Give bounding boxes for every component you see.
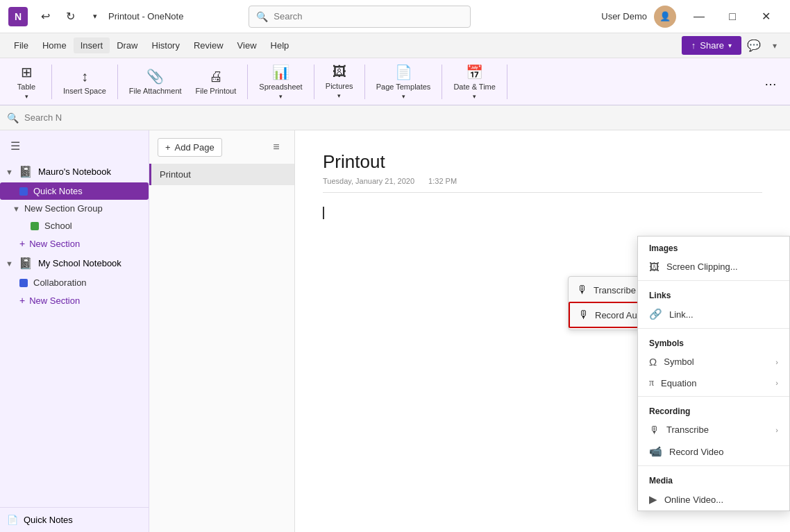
table-dropdown-icon: ▾ [25,93,28,100]
dropdown-transcribe[interactable]: 🎙 Transcribe › [638,419,789,440]
undo-button[interactable]: ↩ [35,6,56,27]
dropdown-divider-2 [638,328,789,329]
share-dropdown-icon: ▾ [728,42,732,49]
new-section-school[interactable]: + New Section [0,291,149,309]
insert-space-button[interactable]: ↕ Insert Space [58,62,112,101]
add-page-icon: + [165,142,171,153]
sidebar-item-collaboration[interactable]: Collaboration [0,274,149,291]
equation-arrow-icon: › [775,379,778,387]
sort-pages-button[interactable]: ≡ [267,137,286,157]
add-page-button[interactable]: + Add Page [158,138,222,157]
dropdown-online-video[interactable]: ▶ Online Video... [638,488,789,510]
content-area: Printout Tuesday, January 21, 2020 1:32 … [295,130,790,532]
share-icon: ↑ [691,40,696,51]
pictures-button[interactable]: 🖼 Pictures ▾ [320,62,359,101]
dropdown-symbol[interactable]: Ω Symbol › [638,351,789,372]
spreadsheet-button[interactable]: 📊 Spreadsheet ▾ [253,62,308,101]
table-button[interactable]: ⊞ Table ▾ [7,62,46,101]
page-time: 1:32 PM [428,177,457,185]
sidebar-top: ☰ [0,130,149,161]
sidebar-footer[interactable]: 📄 Quick Notes [0,507,149,532]
customize-button[interactable]: ▾ [85,6,106,27]
sidebar-hamburger-button[interactable]: ☰ [6,136,25,155]
file-attachment-button[interactable]: 📎 File Attachment [124,62,187,101]
expand-school-icon: ▼ [6,259,13,268]
file-printout-button[interactable]: 🖨 File Printout [190,62,242,101]
dropdown-equation[interactable]: π Equation › [638,372,789,393]
dropdown-divider-4 [638,465,789,466]
symbol-arrow-icon: › [775,358,778,366]
close-button[interactable]: ✕ [750,6,782,27]
menu-file[interactable]: File [7,37,35,53]
menu-insert[interactable]: Insert [74,37,110,53]
record-audio-icon: 🎙 [578,309,589,321]
menu-help[interactable]: Help [264,37,296,53]
date-time-button[interactable]: 📅 Date & Time ▾ [448,62,501,101]
link-icon: 🔗 [649,308,662,320]
menu-review[interactable]: Review [187,37,230,53]
dropdown-link[interactable]: 🔗 Link... [638,303,789,325]
expand-mauros-icon: ▼ [6,168,13,176]
dropdown-record-video[interactable]: 📹 Record Video [638,440,789,463]
notebook-school-icon: 📓 [19,257,33,270]
quick-notes-label: Quick Notes [33,186,83,196]
dropdown-screen-clipping[interactable]: 🖼 Screen Clipping... [638,256,789,277]
new-section-mauros[interactable]: + New Section [0,234,149,252]
user-name: User Demo [601,11,647,22]
ribbon-sep-7 [507,65,507,99]
file-attachment-icon: 📎 [146,68,164,85]
footer-icon: 📄 [7,515,18,525]
ribbon-sep-3 [247,65,248,99]
sidebar-item-quick-notes[interactable]: Quick Notes [0,182,149,200]
school-dot [31,222,39,230]
search-header-input[interactable] [24,112,783,123]
new-section-mauros-icon: + [19,238,25,249]
share-button[interactable]: ↑ Share ▾ [682,36,741,55]
group-chevron-icon: ▼ [12,205,20,213]
screen-clipping-icon: 🖼 [649,261,659,273]
dropdown-recording-header: Recording [638,400,789,419]
dropdown-symbols-header: Symbols [638,332,789,351]
page-date: Tuesday, January 21, 2020 [323,177,414,185]
notebook-mauros[interactable]: ▼ 📓 Mauro's Notebook [0,161,149,182]
collaboration-label: Collaboration [33,277,87,288]
menu-view[interactable]: View [230,37,264,53]
ribbon-sep-2 [117,65,118,99]
menu-draw[interactable]: Draw [110,37,144,53]
search-bar[interactable]: 🔍 [249,6,471,28]
ribbon-sep-5 [364,65,365,99]
menu-history[interactable]: History [145,37,187,53]
notebook-school[interactable]: ▼ 📓 My School Notebook [0,252,149,274]
ribbon-expand-button[interactable]: ▾ [766,37,783,54]
feedback-button[interactable]: 💬 [747,39,761,52]
footer-label: Quick Notes [24,515,73,525]
section-group-header[interactable]: ▼ New Section Group [0,200,149,217]
menu-bar: File Home Insert Draw History Review Vie… [0,33,790,58]
window-controls: — □ ✕ [683,6,782,27]
window-title: Printout - OneNote [108,11,183,22]
main-layout: ☰ ▼ 📓 Mauro's Notebook Quick Notes ▼ New… [0,130,790,532]
search-input[interactable] [274,11,463,22]
symbol-icon: Ω [649,356,657,368]
notebook-school-label: My School Notebook [38,258,121,268]
menu-home[interactable]: Home [35,37,74,53]
title-bar-left-controls: ↩ ↻ ▾ [35,6,106,27]
user-avatar[interactable]: 👤 [654,6,676,28]
maximize-button[interactable]: □ [716,6,748,27]
app-logo: N [8,7,28,26]
record-video-icon: 📹 [649,445,662,458]
ribbon-sep-1 [51,65,52,99]
file-printout-icon: 🖨 [209,69,223,85]
date-time-icon: 📅 [466,64,483,80]
minimize-button[interactable]: — [683,6,715,27]
redo-button[interactable]: ↻ [60,6,81,27]
sidebar-item-school[interactable]: School [0,217,149,234]
insert-space-icon: ↕ [81,69,88,85]
dropdown-menu: Images 🖼 Screen Clipping... Links 🔗 Link… [637,236,790,511]
page-item-printout[interactable]: Printout [149,164,294,185]
pictures-dropdown-icon: ▾ [337,92,341,99]
more-button[interactable]: … [758,69,783,94]
page-templates-button[interactable]: 📄 Page Templates ▾ [371,62,437,101]
page-title: Printout [323,151,762,173]
page-templates-icon: 📄 [395,64,412,80]
